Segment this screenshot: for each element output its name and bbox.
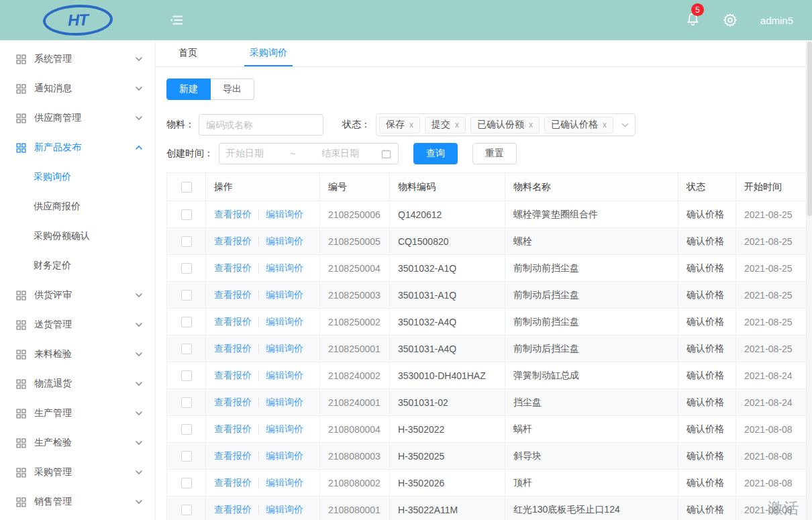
- view-quote-link[interactable]: 查看报价: [214, 477, 252, 488]
- view-quote-link[interactable]: 查看报价: [214, 450, 252, 461]
- view-quote-link[interactable]: 查看报价: [214, 397, 252, 407]
- cell-number: 2108080003: [320, 443, 390, 470]
- view-quote-link[interactable]: 查看报价: [214, 504, 252, 515]
- view-quote-link[interactable]: 查看报价: [214, 343, 252, 354]
- sidebar-item[interactable]: 生产管理: [0, 399, 155, 428]
- notification-bell-icon[interactable]: 5: [686, 11, 700, 29]
- sidebar-subitem[interactable]: 采购询价: [0, 162, 155, 192]
- sidebar-subitem[interactable]: 供应商报价: [0, 192, 155, 221]
- sidebar-item[interactable]: 销售管理: [0, 487, 155, 517]
- cell-material-code: 3501032-A1Q: [390, 255, 505, 282]
- status-tag[interactable]: 已确认价格x: [544, 117, 613, 134]
- cell-status: 确认价格: [678, 470, 736, 497]
- status-tag-label: 已确认份额: [477, 119, 524, 131]
- cell-material-name: 蜗杆: [505, 416, 678, 443]
- sidebar-item[interactable]: 供货评审: [0, 280, 155, 310]
- sidebar-item[interactable]: 系统管理: [0, 44, 155, 74]
- cell-material-code: H-3502025: [390, 443, 505, 470]
- select-all-checkbox[interactable]: [181, 182, 192, 193]
- table-row: 查看报价编辑询价 2108250006 Q1420612 螺栓弹簧垫圈组合件 确…: [167, 201, 812, 228]
- status-tag[interactable]: 保存x: [379, 117, 420, 134]
- sidebar-item-label: 物流退货: [34, 378, 135, 390]
- inquiry-table: 操作 编号 物料编码 物料名称 状态 开始时间 查看报价编辑询价 2108250…: [166, 172, 812, 520]
- row-checkbox[interactable]: [181, 209, 192, 220]
- edit-inquiry-link[interactable]: 编辑询价: [266, 262, 303, 273]
- cell-material-name: 前制动前挡尘盘: [505, 255, 678, 282]
- sidebar-item[interactable]: 送货管理: [0, 310, 155, 340]
- edit-inquiry-link[interactable]: 编辑询价: [266, 289, 303, 300]
- edit-inquiry-link[interactable]: 编辑询价: [266, 343, 303, 354]
- view-quote-link[interactable]: 查看报价: [214, 423, 252, 434]
- edit-inquiry-link[interactable]: 编辑询价: [266, 450, 303, 461]
- sidebar-item[interactable]: 供应商管理: [0, 103, 155, 133]
- link-divider: [258, 478, 259, 487]
- sidebar-subitem[interactable]: 采购份额确认: [0, 221, 155, 251]
- tag-remove-icon[interactable]: x: [603, 120, 607, 129]
- cell-material-name: 挡尘盘: [505, 389, 678, 416]
- edit-inquiry-link[interactable]: 编辑询价: [266, 423, 303, 434]
- cell-number: 2108250001: [320, 335, 390, 362]
- edit-inquiry-link[interactable]: 编辑询价: [266, 236, 303, 246]
- sidebar-item[interactable]: 通知消息: [0, 74, 155, 103]
- row-checkbox[interactable]: [181, 424, 192, 435]
- search-button[interactable]: 查询: [413, 143, 458, 164]
- cell-status: 确认价格: [678, 443, 736, 470]
- tag-remove-icon[interactable]: x: [529, 120, 533, 129]
- menu-fold-icon[interactable]: [169, 13, 184, 28]
- view-quote-link[interactable]: 查看报价: [214, 262, 252, 273]
- edit-inquiry-link[interactable]: 编辑询价: [266, 209, 303, 219]
- edit-inquiry-link[interactable]: 编辑询价: [266, 370, 303, 380]
- chevron-down-icon: [135, 468, 143, 476]
- edit-inquiry-link[interactable]: 编辑询价: [266, 397, 303, 407]
- row-checkbox[interactable]: [181, 263, 192, 274]
- cell-status: 确认价格: [678, 282, 736, 309]
- row-checkbox[interactable]: [181, 478, 192, 488]
- material-input[interactable]: [199, 114, 323, 136]
- sidebar-item[interactable]: 生产检验: [0, 428, 155, 458]
- edit-inquiry-link[interactable]: 编辑询价: [266, 316, 303, 327]
- row-checkbox[interactable]: [181, 317, 192, 327]
- export-button[interactable]: 导出: [211, 79, 254, 100]
- view-quote-link[interactable]: 查看报价: [214, 370, 252, 380]
- tag-remove-icon[interactable]: x: [455, 120, 459, 129]
- date-range-picker[interactable]: 开始日期 ~ 结束日期: [219, 143, 399, 164]
- status-tag[interactable]: 提交x: [425, 117, 466, 134]
- vertical-scrollbar[interactable]: [806, 40, 812, 520]
- view-quote-link[interactable]: 查看报价: [214, 316, 252, 327]
- user-menu[interactable]: admin5: [760, 15, 793, 26]
- edit-inquiry-link[interactable]: 编辑询价: [266, 504, 303, 515]
- chevron-down-icon: [135, 321, 143, 329]
- row-checkbox[interactable]: [181, 451, 192, 462]
- tag-remove-icon[interactable]: x: [409, 120, 413, 129]
- cell-number: 2108240001: [320, 389, 390, 416]
- scrollbar-thumb[interactable]: [807, 42, 812, 216]
- sidebar-item[interactable]: 物流退货: [0, 369, 155, 399]
- table-row: 查看报价编辑询价 2108250001 3501031-A4Q 前制动后挡尘盘 …: [167, 335, 812, 362]
- tab-purchase-inquiry[interactable]: 采购询价: [244, 41, 293, 66]
- view-quote-link[interactable]: 查看报价: [214, 209, 252, 219]
- col-header-start-time: 开始时间: [736, 173, 812, 201]
- sidebar-subitem-label: 财务定价: [34, 260, 71, 272]
- sidebar-item[interactable]: 新产品发布: [0, 133, 155, 162]
- row-checkbox[interactable]: [181, 397, 192, 408]
- sidebar-item[interactable]: 采购管理: [0, 458, 155, 487]
- settings-gear-icon[interactable]: [723, 13, 738, 28]
- sidebar-subitem[interactable]: 财务定价: [0, 251, 155, 280]
- row-checkbox[interactable]: [181, 344, 192, 354]
- view-quote-link[interactable]: 查看报价: [214, 289, 252, 300]
- status-tag[interactable]: 已确认份额x: [470, 117, 540, 134]
- cell-start-time: 2021-08-25: [736, 255, 812, 282]
- tab-home[interactable]: 首页: [173, 41, 203, 66]
- cell-start-time: 2021-08-25: [736, 282, 812, 309]
- view-quote-link[interactable]: 查看报价: [214, 236, 252, 246]
- cell-status: 确认价格: [678, 228, 736, 255]
- row-checkbox[interactable]: [181, 236, 192, 247]
- row-checkbox[interactable]: [181, 370, 192, 381]
- reset-button[interactable]: 重置: [472, 143, 517, 164]
- sidebar-item[interactable]: 来料检验: [0, 340, 155, 369]
- status-multiselect[interactable]: 保存x提交x已确认份额x已确认价格x: [376, 113, 636, 136]
- row-checkbox[interactable]: [181, 290, 192, 301]
- edit-inquiry-link[interactable]: 编辑询价: [266, 477, 303, 488]
- new-button[interactable]: 新建: [166, 79, 211, 100]
- row-checkbox[interactable]: [181, 505, 192, 515]
